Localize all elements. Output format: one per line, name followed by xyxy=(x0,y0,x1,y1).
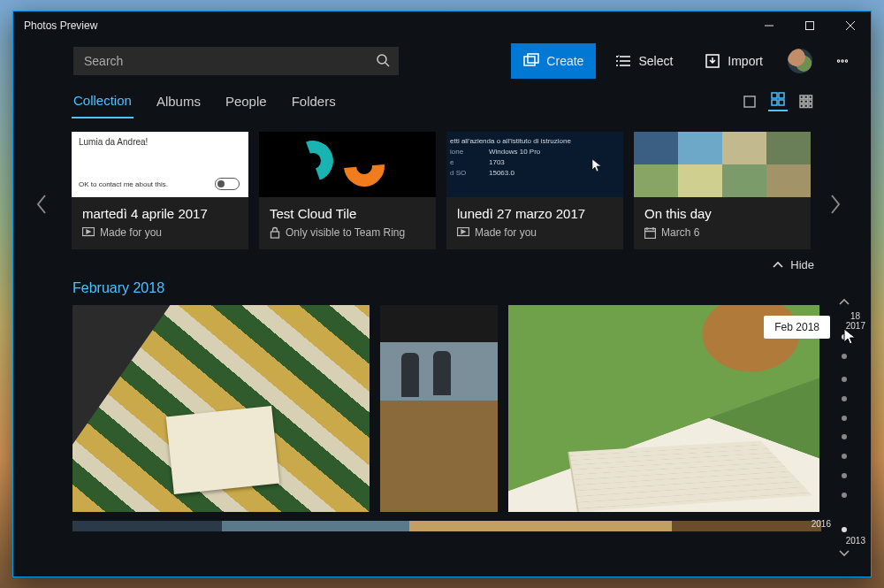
lock-icon xyxy=(270,226,280,239)
tile-thumbnail xyxy=(259,132,436,197)
cursor-icon xyxy=(591,158,602,172)
svg-rect-23 xyxy=(271,232,279,238)
svg-rect-16 xyxy=(800,100,804,103)
search-wrap xyxy=(73,47,399,75)
slideshow-icon xyxy=(82,227,95,238)
select-label: Select xyxy=(638,54,673,68)
tab-albums[interactable]: Albums xyxy=(155,85,202,118)
svg-rect-18 xyxy=(809,100,812,103)
import-label: Import xyxy=(728,54,763,68)
svg-rect-10 xyxy=(779,93,784,98)
view-grid-small-icon[interactable] xyxy=(796,92,816,111)
tile-title: On this day xyxy=(644,206,800,221)
search-icon[interactable] xyxy=(376,53,390,71)
tile-title: Test Cloud Tile xyxy=(270,206,425,221)
nav-tabs: Collection Albums People Folders xyxy=(13,82,871,121)
tile-thumbnail: etti all'azienda o all'istituto di istru… xyxy=(446,132,623,197)
maximize-button[interactable] xyxy=(789,11,830,40)
tile-title: martedì 4 aprile 2017 xyxy=(82,206,238,221)
timeline-tooltip: Feb 2018 xyxy=(764,316,830,339)
svg-rect-2 xyxy=(524,57,535,65)
tile-item[interactable]: etti all'azienda o all'istituto di istru… xyxy=(446,132,623,249)
photo-grid xyxy=(13,305,871,512)
command-bar: Create Select Import xyxy=(13,40,871,82)
select-button[interactable]: Select xyxy=(603,43,685,79)
timeline-year: 2016 xyxy=(812,519,831,529)
tile-item[interactable]: Test Cloud Tile Only visible to Team Rin… xyxy=(259,132,436,249)
toggle-icon xyxy=(215,178,240,190)
carousel-prev-button[interactable] xyxy=(31,187,52,222)
create-label: Create xyxy=(546,54,583,68)
svg-rect-25 xyxy=(645,228,656,238)
svg-rect-12 xyxy=(779,100,784,105)
tile-meta-label: Only visible to Team Ring xyxy=(286,226,405,239)
tile-meta-label: Made for you xyxy=(100,226,162,239)
svg-rect-14 xyxy=(804,95,808,99)
photo-item[interactable] xyxy=(72,521,821,531)
svg-rect-21 xyxy=(809,104,812,108)
create-button[interactable]: Create xyxy=(511,43,596,79)
import-button[interactable]: Import xyxy=(692,43,775,79)
tab-folders[interactable]: Folders xyxy=(290,85,338,118)
svg-rect-20 xyxy=(804,104,808,108)
svg-point-7 xyxy=(845,60,847,62)
app-window: Photos Preview Create xyxy=(12,11,872,577)
tile-title: lunedì 27 marzo 2017 xyxy=(457,206,613,221)
search-input[interactable] xyxy=(73,47,399,75)
chevron-up-icon[interactable] xyxy=(835,294,853,311)
slideshow-icon xyxy=(457,227,469,238)
chevron-up-icon xyxy=(773,259,783,271)
tile-meta-label: March 6 xyxy=(661,226,699,239)
timeline-scrubber[interactable]: 18 2017 2016 2013 xyxy=(827,294,862,562)
timeline-year: 2017 xyxy=(846,321,865,331)
minimize-button[interactable] xyxy=(749,11,789,40)
timeline-track[interactable]: 2016 xyxy=(843,334,845,527)
calendar-icon xyxy=(644,227,656,239)
svg-rect-8 xyxy=(744,96,755,107)
thumb-text: Lumia da Andrea! xyxy=(79,137,241,147)
thumb-text: OK to contact me about this. xyxy=(79,180,168,188)
tile-thumbnail xyxy=(634,132,811,197)
photo-item[interactable] xyxy=(72,305,370,512)
timeline-year: 18 xyxy=(850,311,860,321)
svg-point-6 xyxy=(842,60,843,62)
svg-rect-13 xyxy=(800,95,804,99)
carousel-next-button[interactable] xyxy=(825,187,846,222)
svg-rect-15 xyxy=(809,95,812,99)
section-title[interactable]: February 2018 xyxy=(13,271,871,305)
chevron-down-icon[interactable] xyxy=(835,546,853,562)
tile-list: Lumia da Andrea! OK to contact me about … xyxy=(72,132,816,249)
thumb-text: etti all'azienda o all'istituto di istru… xyxy=(450,137,620,145)
titlebar: Photos Preview xyxy=(13,11,871,40)
close-button[interactable] xyxy=(830,11,871,40)
view-single-icon[interactable] xyxy=(740,92,759,111)
window-title: Photos Preview xyxy=(13,19,749,32)
tile-item[interactable]: Lumia da Andrea! OK to contact me about … xyxy=(72,132,248,249)
tile-meta-label: Made for you xyxy=(475,226,537,239)
avatar[interactable] xyxy=(788,49,812,73)
tab-people[interactable]: People xyxy=(224,85,269,118)
view-mode-group xyxy=(740,92,816,111)
svg-rect-0 xyxy=(806,22,814,30)
timeline-year: 2013 xyxy=(846,536,865,546)
carousel: Lumia da Andrea! OK to contact me about … xyxy=(13,121,871,249)
tab-collection[interactable]: Collection xyxy=(72,84,133,118)
svg-rect-3 xyxy=(528,54,538,63)
svg-point-1 xyxy=(377,55,386,64)
photo-item[interactable] xyxy=(380,305,498,512)
svg-rect-11 xyxy=(772,100,777,105)
hide-button[interactable]: Hide xyxy=(773,258,814,271)
view-grid-medium-icon[interactable] xyxy=(768,92,788,111)
more-button[interactable] xyxy=(825,43,860,79)
tile-thumbnail: Lumia da Andrea! OK to contact me about … xyxy=(72,132,248,197)
tile-item[interactable]: On this day March 6 xyxy=(634,132,811,249)
svg-rect-17 xyxy=(804,100,808,103)
hide-label: Hide xyxy=(790,258,814,271)
svg-rect-19 xyxy=(800,104,804,108)
svg-point-5 xyxy=(837,60,839,62)
svg-rect-9 xyxy=(772,93,777,98)
